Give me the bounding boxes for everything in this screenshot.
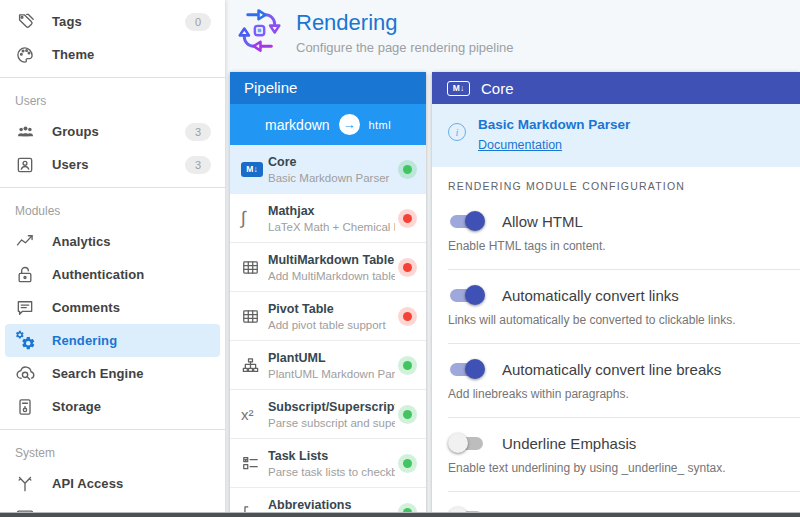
setting-hint: Enable HTML tags in content. bbox=[448, 239, 800, 253]
setting-allow-html: Allow HTML Enable HTML tags in content. bbox=[448, 196, 800, 270]
sitemap-icon bbox=[241, 356, 268, 375]
setting-label: Automatically convert links bbox=[502, 287, 679, 304]
integral-icon: ∫ bbox=[241, 208, 268, 229]
module-desc: Basic Markdown Parser bbox=[268, 172, 395, 184]
sidebar-item-rendering[interactable]: Rendering bbox=[5, 324, 220, 357]
settings-section-label: RENDERING MODULE CONFIGURATION bbox=[448, 180, 800, 192]
gears-icon bbox=[14, 330, 36, 352]
markdown-icon: M↓ bbox=[241, 162, 268, 177]
status-dot bbox=[403, 214, 412, 223]
window-bottom-edge bbox=[0, 512, 800, 517]
status-dot bbox=[403, 410, 412, 419]
module-desc: PlantUML Markdown Parse bbox=[268, 368, 395, 380]
comment-icon bbox=[14, 297, 36, 319]
sidebar-item-authentication[interactable]: Authentication bbox=[5, 258, 220, 291]
sidebar-item-search-engine[interactable]: Search Engine bbox=[5, 357, 220, 390]
sidebar-section-system: System bbox=[0, 430, 225, 467]
module-name: PlantUML bbox=[268, 351, 395, 365]
sidebar-item-tags[interactable]: Tags 0 bbox=[5, 5, 220, 38]
sidebar-item-label: Storage bbox=[52, 399, 211, 414]
setting-label: Allow HTML bbox=[502, 213, 583, 230]
module-desc: Parse task lists to checkbo bbox=[268, 466, 395, 478]
pipeline-panel-title: Pipeline bbox=[230, 72, 426, 104]
sidebar-item-label: Users bbox=[52, 157, 185, 172]
sidebar-section-users: Users bbox=[0, 78, 225, 115]
table-icon bbox=[241, 258, 268, 277]
module-settings: RENDERING MODULE CONFIGURATION Allow HTM… bbox=[432, 167, 800, 517]
sidebar-item-label: Comments bbox=[52, 300, 211, 315]
underline-emphasis-toggle[interactable] bbox=[448, 433, 485, 453]
sidebar-item-analytics[interactable]: Analytics bbox=[5, 225, 220, 258]
rendering-cycle-icon bbox=[236, 7, 283, 58]
superscript-icon: x² bbox=[241, 406, 268, 423]
sidebar-item-users[interactable]: Users 3 bbox=[5, 148, 220, 181]
module-row-mathjax[interactable]: ∫ Mathjax LaTeX Math + Chemical Ex bbox=[230, 194, 426, 243]
module-panel-title: Core bbox=[481, 80, 514, 97]
module-row-pivot-table[interactable]: Pivot Table Add pivot table support bbox=[230, 292, 426, 341]
sidebar-item-label: Search Engine bbox=[52, 366, 211, 381]
status-dot bbox=[403, 165, 412, 174]
module-info-box: i Basic Markdown Parser Documentation bbox=[432, 104, 800, 167]
module-desc: Add MultiMarkdown table s bbox=[268, 270, 395, 282]
setting-label: Automatically convert line breaks bbox=[502, 361, 721, 378]
lock-icon bbox=[14, 264, 36, 286]
allow-html-toggle[interactable] bbox=[448, 211, 485, 231]
pipeline-panel: Pipeline markdown → html M↓ Core Basic M… bbox=[230, 72, 426, 517]
markdown-icon: M↓ bbox=[447, 81, 470, 96]
module-row-task-lists[interactable]: Task Lists Parse task lists to checkbo bbox=[230, 439, 426, 488]
flow-target-label: html bbox=[369, 119, 391, 131]
admin-sidebar: Tags 0 Theme Users Groups 3 bbox=[0, 0, 225, 517]
sidebar-item-label: Tags bbox=[52, 14, 185, 29]
status-dot bbox=[403, 263, 412, 272]
module-config-panel: M↓ Core i Basic Markdown Parser Document… bbox=[432, 72, 800, 517]
setting-underline-emphasis: Underline Emphasis Enable text underlini… bbox=[448, 418, 800, 492]
page-subtitle: Configure the page rendering pipeline bbox=[296, 40, 514, 55]
module-row-subscript-superscript[interactable]: x² Subscript/Superscript Parse subscript… bbox=[230, 390, 426, 439]
convert-links-toggle[interactable] bbox=[448, 285, 485, 305]
setting-convert-line-breaks: Automatically convert line breaks Add li… bbox=[448, 344, 800, 418]
flow-source-label: markdown bbox=[265, 117, 330, 133]
module-name: Core bbox=[268, 155, 395, 169]
status-dot bbox=[403, 459, 412, 468]
module-desc: LaTeX Math + Chemical Ex bbox=[268, 221, 395, 233]
setting-hint: Links will automatically be converted to… bbox=[448, 313, 800, 327]
tags-count-badge: 0 bbox=[185, 13, 211, 31]
flow-arrow-icon: → bbox=[339, 114, 360, 135]
convert-line-breaks-toggle[interactable] bbox=[448, 359, 485, 379]
module-name: Pivot Table bbox=[268, 302, 395, 316]
sidebar-item-storage[interactable]: Storage bbox=[5, 390, 220, 423]
sidebar-item-label: API Access bbox=[52, 476, 211, 491]
setting-convert-links: Automatically convert links Links will a… bbox=[448, 270, 800, 344]
api-split-icon bbox=[14, 473, 36, 495]
users-count-badge: 3 bbox=[185, 156, 211, 174]
sidebar-item-comments[interactable]: Comments bbox=[5, 291, 220, 324]
sidebar-item-label: Analytics bbox=[52, 234, 211, 249]
sidebar-item-theme[interactable]: Theme bbox=[5, 38, 220, 71]
sidebar-item-api-access[interactable]: API Access bbox=[5, 467, 220, 500]
hard-disk-icon bbox=[14, 396, 36, 418]
pipeline-flow-selector[interactable]: markdown → html bbox=[230, 104, 426, 145]
module-name: Mathjax bbox=[268, 204, 395, 218]
module-row-core[interactable]: M↓ Core Basic Markdown Parser bbox=[230, 145, 426, 194]
setting-hint: Add linebreaks within paragraphs. bbox=[448, 387, 800, 401]
module-name: Abbreviations bbox=[268, 498, 395, 512]
page-title: Rendering bbox=[296, 10, 514, 36]
module-info-title: Basic Markdown Parser bbox=[478, 117, 630, 132]
palette-icon bbox=[14, 44, 36, 66]
sidebar-section-modules: Modules bbox=[0, 188, 225, 225]
page-header: Rendering Configure the page rendering p… bbox=[225, 0, 800, 58]
sidebar-item-groups[interactable]: Groups 3 bbox=[5, 115, 220, 148]
module-row-plantuml[interactable]: PlantUML PlantUML Markdown Parse bbox=[230, 341, 426, 390]
documentation-link[interactable]: Documentation bbox=[478, 138, 562, 152]
sidebar-item-label: Theme bbox=[52, 47, 211, 62]
main-content: Rendering Configure the page rendering p… bbox=[225, 0, 800, 517]
module-row-multimarkdown-table[interactable]: MultiMarkdown Table Add MultiMarkdown ta… bbox=[230, 243, 426, 292]
sidebar-item-label: Rendering bbox=[52, 333, 211, 348]
module-name: MultiMarkdown Table bbox=[268, 253, 395, 267]
sidebar-item-label: Authentication bbox=[52, 267, 211, 282]
module-desc: Add pivot table support bbox=[268, 319, 395, 331]
tags-icon bbox=[14, 11, 36, 33]
setting-hint: Enable text underlining by using _underl… bbox=[448, 461, 800, 475]
module-name: Task Lists bbox=[268, 449, 395, 463]
module-panel-header: M↓ Core bbox=[432, 72, 800, 104]
